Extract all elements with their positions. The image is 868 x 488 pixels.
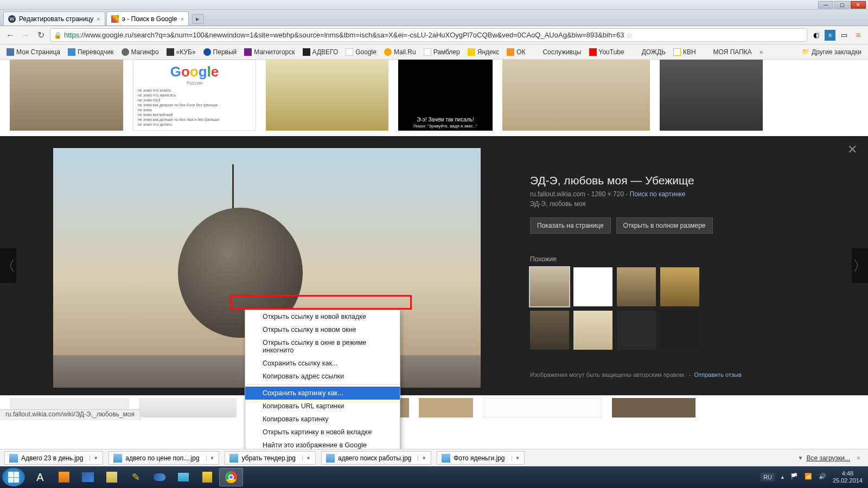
new-tab-button[interactable]: ▸ bbox=[192, 14, 204, 24]
image-result[interactable] bbox=[419, 398, 473, 418]
tray-icon[interactable]: 🏳️ bbox=[790, 473, 799, 481]
similar-image[interactable] bbox=[530, 267, 569, 306]
download-menu-icon[interactable]: ▼ bbox=[418, 455, 426, 461]
tray-network-icon[interactable]: 📶 bbox=[805, 473, 813, 481]
taskbar-app-chrome[interactable] bbox=[219, 468, 243, 486]
taskbar-app[interactable] bbox=[52, 468, 76, 486]
window-minimize[interactable]: — bbox=[818, 1, 833, 9]
bookmark-item[interactable]: ДОЖДЬ bbox=[629, 47, 669, 57]
tab-close-icon[interactable]: × bbox=[181, 16, 184, 22]
browser-tab[interactable]: э - Поиск в Google × bbox=[106, 11, 189, 25]
taskbar-app[interactable] bbox=[76, 468, 100, 486]
download-menu-icon[interactable]: ▼ bbox=[206, 455, 215, 461]
tray-volume-icon[interactable]: 🔊 bbox=[819, 473, 827, 481]
download-menu-icon[interactable]: ▼ bbox=[302, 455, 311, 461]
extension-icon[interactable]: ▭ bbox=[839, 30, 850, 41]
similar-image[interactable] bbox=[573, 267, 612, 306]
search-by-image-link[interactable]: Поиск по картинке bbox=[630, 190, 686, 198]
similar-image[interactable] bbox=[660, 267, 699, 306]
download-menu-icon[interactable]: ▼ bbox=[512, 455, 520, 461]
download-item[interactable]: убрать тендер.jpg▼ bbox=[225, 451, 315, 465]
bookmark-item[interactable]: АДВЕГО bbox=[299, 47, 342, 57]
taskbar-app[interactable]: ✎ bbox=[124, 468, 148, 486]
bookmark-item[interactable]: Mail.Ru bbox=[381, 47, 419, 57]
browser-tab[interactable]: W Редактировать страницу × bbox=[3, 11, 105, 25]
window-close[interactable]: ✕ bbox=[851, 1, 866, 9]
taskbar-app[interactable] bbox=[195, 468, 219, 486]
reload-button[interactable]: ↻ bbox=[35, 29, 47, 41]
taskbar-app[interactable]: A bbox=[28, 468, 52, 486]
bookmark-item[interactable]: Магинфо bbox=[118, 47, 162, 57]
bookmark-label: АДВЕГО bbox=[312, 48, 339, 56]
image-result[interactable] bbox=[266, 60, 388, 131]
similar-image[interactable] bbox=[530, 311, 569, 350]
view-page-button[interactable]: Показать на странице bbox=[530, 217, 611, 234]
chrome-menu-icon[interactable]: ≡ bbox=[853, 30, 864, 41]
back-button[interactable]: ← bbox=[4, 29, 16, 41]
send-feedback-link[interactable]: Отправить отзыв bbox=[694, 371, 741, 378]
download-item[interactable]: адвего по цене поп....jpg▼ bbox=[108, 451, 219, 465]
tray-chevron-icon[interactable]: ▲ bbox=[780, 474, 785, 480]
bookmark-item[interactable]: YouTube bbox=[586, 47, 628, 57]
taskbar-app[interactable] bbox=[148, 468, 171, 486]
context-menu-item[interactable]: Сохранить картинку как... bbox=[245, 387, 400, 400]
similar-image[interactable] bbox=[660, 311, 699, 350]
bookmark-item[interactable]: Рамблер bbox=[420, 47, 463, 57]
context-menu-item[interactable]: Копировать URL картинки bbox=[245, 400, 400, 413]
bookmark-item[interactable]: Магнитогорск bbox=[241, 47, 298, 57]
download-menu-icon[interactable]: ▼ bbox=[90, 455, 98, 461]
bookmark-item[interactable]: МОЯ ПАПКА bbox=[700, 47, 755, 57]
bookmark-item[interactable]: ОК bbox=[503, 47, 528, 57]
context-menu-item[interactable]: Открыть ссылку в новом окне bbox=[245, 323, 400, 336]
image-result[interactable] bbox=[660, 60, 763, 131]
context-menu-item[interactable]: Копировать картинку bbox=[245, 413, 400, 426]
image-result[interactable]: Э-э! Зачем так писаль!Пиши: "Зравуйте, в… bbox=[398, 60, 493, 131]
tab-close-icon[interactable]: × bbox=[97, 16, 100, 22]
input-language[interactable]: RU bbox=[761, 473, 775, 481]
image-result[interactable] bbox=[612, 398, 695, 418]
prev-image-button[interactable]: 〈 bbox=[0, 248, 16, 283]
extension-icon[interactable]: ◐ bbox=[810, 30, 821, 41]
taskbar-app[interactable] bbox=[171, 468, 195, 486]
image-result[interactable]: Google Россия не знаю что искатьне знаю … bbox=[133, 60, 256, 131]
context-menu-item[interactable]: Копировать адрес ссылки bbox=[245, 370, 400, 383]
download-item[interactable]: Адвего 23 в день.jpg▼ bbox=[4, 451, 103, 465]
download-item[interactable]: Фото яденьги.jpg▼ bbox=[437, 451, 525, 465]
similar-image[interactable] bbox=[617, 267, 656, 306]
close-downloads-button[interactable]: × bbox=[853, 454, 864, 462]
bookmark-item[interactable]: Первый bbox=[200, 47, 240, 57]
extension-icon[interactable]: It bbox=[825, 30, 835, 41]
bookmark-item[interactable]: «КУБ» bbox=[163, 47, 199, 57]
system-clock[interactable]: 4:48 25.02.2014 bbox=[833, 470, 863, 484]
close-viewer-button[interactable]: ✕ bbox=[847, 143, 857, 157]
omnibox[interactable]: 🔒 https://www.google.ru/search?q=э&num=1… bbox=[50, 28, 807, 42]
bookmark-item[interactable]: Яндекс bbox=[464, 47, 502, 57]
bookmarks-overflow[interactable]: » bbox=[757, 48, 765, 56]
bookmark-item[interactable]: Google bbox=[342, 47, 380, 57]
other-bookmarks[interactable]: 📁 Другие закладки bbox=[799, 47, 865, 57]
context-menu-item[interactable]: Открыть ссылку в новой вкладке bbox=[245, 310, 400, 323]
window-maximize[interactable]: ▢ bbox=[834, 1, 850, 9]
bookmark-item[interactable]: КВН bbox=[670, 47, 699, 57]
image-result[interactable] bbox=[10, 60, 123, 131]
next-image-button[interactable]: 〉 bbox=[852, 248, 868, 283]
context-menu-item[interactable]: Открыть ссылку в окне в режиме инкогнито bbox=[245, 336, 400, 357]
similar-image[interactable] bbox=[573, 311, 612, 350]
bookmark-item[interactable]: Переводчик bbox=[65, 47, 117, 57]
full-size-button[interactable]: Открыть в полном размере bbox=[616, 217, 713, 234]
image-result[interactable] bbox=[483, 398, 602, 418]
context-menu-item[interactable]: Найти это изображение в Google bbox=[245, 439, 400, 449]
start-button[interactable] bbox=[2, 468, 25, 486]
context-menu-item[interactable]: Открыть картинку в новой вкладке bbox=[245, 426, 400, 439]
bookmark-star-icon[interactable]: ☆ bbox=[626, 31, 633, 40]
similar-image[interactable] bbox=[617, 311, 656, 350]
show-all-downloads-link[interactable]: Все загрузки... bbox=[806, 454, 850, 462]
forward-button[interactable]: → bbox=[20, 29, 31, 41]
context-menu-item[interactable]: Сохранить ссылку как... bbox=[245, 357, 400, 370]
image-result[interactable] bbox=[502, 60, 650, 131]
bookmark-item[interactable]: Сослуживцы bbox=[529, 47, 584, 57]
bookmark-item[interactable]: Моя Страница bbox=[3, 47, 63, 57]
download-item[interactable]: адвего поиск работы.jpg▼ bbox=[321, 451, 431, 465]
image-result[interactable] bbox=[139, 398, 237, 418]
taskbar-app[interactable] bbox=[100, 468, 124, 486]
